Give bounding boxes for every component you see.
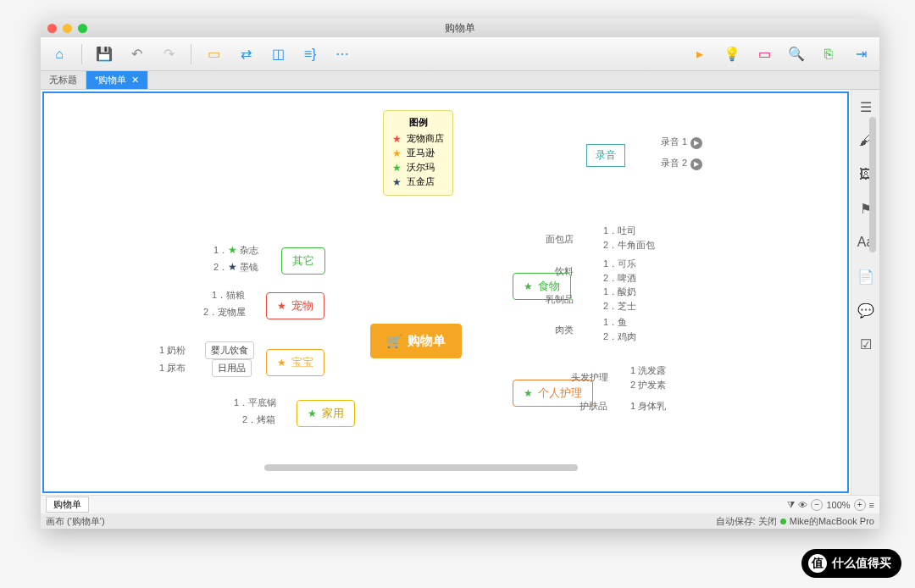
titlebar: 购物单 [41,19,879,37]
baby-leaf-1[interactable]: 1 奶粉 [159,344,186,357]
share-button[interactable]: ⎘ [818,44,839,64]
connection-lines [44,93,298,220]
node-home[interactable]: ★家用 [297,400,355,427]
zoom-in-button[interactable]: + [854,499,866,511]
care-sub-hair[interactable]: 头发护理 [571,371,608,384]
relationship-button[interactable]: ⇄ [236,44,256,64]
baby-leaf-2[interactable]: 1 尿布 [159,362,186,374]
recording-2[interactable]: 录音 2▶ [661,157,702,170]
theme-button[interactable]: ▭ [754,44,774,64]
canvas-label: 画布 ('购物单') [46,515,105,528]
save-button[interactable]: 💾 [94,44,114,64]
node-baby[interactable]: ★宝宝 [266,349,324,376]
present-button[interactable]: ▸ [690,44,710,64]
close-tab-icon[interactable]: ✕ [131,75,139,85]
care-sub-skin[interactable]: 护肤品 [580,400,607,413]
topic-button[interactable]: ▭ [203,44,224,64]
status-bar: 画布 ('购物单') 自动保存: 关闭 Mike的MacBook Pro [41,513,879,529]
filter-icon[interactable]: ⧩ [787,499,795,510]
export-button[interactable]: ⇥ [851,44,871,64]
document-tabs: 无标题 *购物单✕ [41,71,879,90]
node-other[interactable]: 其它 [281,247,325,275]
other-item-2[interactable]: 2．★ 墨镜 [214,261,258,274]
horizontal-scrollbar[interactable] [264,464,578,471]
other-item-1[interactable]: 1．★ 杂志 [214,244,258,257]
food-sub-drink[interactable]: 饮料 [555,265,574,278]
food-sub-bread[interactable]: 面包店 [546,233,574,246]
app-window: 购物单 ⌂ 💾 ↶ ↷ ▭ ⇄ ◫ ≡} ⋯ ▸ 💡 ▭ 🔍 ⎘ ⇥ 无标题 *… [41,19,879,529]
toolbar: ⌂ 💾 ↶ ↷ ▭ ⇄ ◫ ≡} ⋯ ▸ 💡 ▭ 🔍 ⎘ ⇥ [41,37,879,71]
workspace: 图例 ★宠物商店 ★亚马逊 ★沃尔玛 ★五金店 录音 录音 1▶ 录音 2▶ 🛒… [41,90,879,495]
recording-1[interactable]: 录音 1▶ [661,136,702,149]
undo-button[interactable]: ↶ [126,44,147,64]
play-icon[interactable]: ▶ [690,137,702,149]
baby-sub-1[interactable]: 婴儿饮食 [205,341,254,359]
bottom-bar: 购物单 ⧩ 👁 − 100% + ≡ [41,495,879,513]
pet-item-2[interactable]: 2．宠物屋 [203,306,246,319]
tab-shopping[interactable]: *购物单✕ [86,71,148,89]
home-item-1[interactable]: 1．平底锅 [234,397,276,409]
window-title: 购物单 [41,21,879,36]
status-dot-icon [780,519,786,524]
idea-button[interactable]: 💡 [722,44,742,64]
legend-header: 图例 [392,116,444,129]
autosave-status: 自动保存: 关闭 [716,515,777,528]
eye-icon[interactable]: 👁 [798,500,807,510]
vertical-scrollbar[interactable] [869,92,878,461]
center-node[interactable]: 🛒购物单 [370,324,462,358]
sheet-tab[interactable]: 购物单 [46,496,89,513]
node-pet[interactable]: ★宠物 [266,292,324,319]
boundary-button[interactable]: ◫ [268,44,288,64]
cart-icon: 🛒 [386,334,402,349]
device-name: Mike的MacBook Pro [790,515,874,528]
zoom-out-button[interactable]: − [811,499,823,511]
home-item-2[interactable]: 2．烤箱 [242,413,275,426]
zoom-controls: ⧩ 👁 − 100% + ≡ [787,499,874,511]
more-button[interactable]: ⋯ [332,44,352,64]
watermark: 值 什么值得买 [801,549,901,578]
canvas[interactable]: 图例 ★宠物商店 ★亚马逊 ★沃尔玛 ★五金店 录音 录音 1▶ 录音 2▶ 🛒… [42,92,849,493]
food-sub-meat[interactable]: 肉类 [555,324,574,336]
tab-untitled[interactable]: 无标题 [41,71,86,89]
home-button[interactable]: ⌂ [49,44,69,64]
play-icon[interactable]: ▶ [690,158,702,170]
summary-button[interactable]: ≡} [300,44,320,64]
legend-box[interactable]: 图例 ★宠物商店 ★亚马逊 ★沃尔玛 ★五金店 [383,110,453,196]
pet-item-1[interactable]: 1．猫粮 [212,289,245,302]
watermark-icon: 值 [808,554,827,573]
zoom-level: 100% [826,500,850,510]
baby-sub-2[interactable]: 日用品 [212,359,252,377]
redo-button[interactable]: ↷ [158,44,179,64]
recording-root[interactable]: 录音 [586,144,625,167]
fit-button[interactable]: ≡ [869,500,874,510]
search-button[interactable]: 🔍 [786,44,807,64]
food-sub-dairy[interactable]: 乳制品 [546,293,574,306]
